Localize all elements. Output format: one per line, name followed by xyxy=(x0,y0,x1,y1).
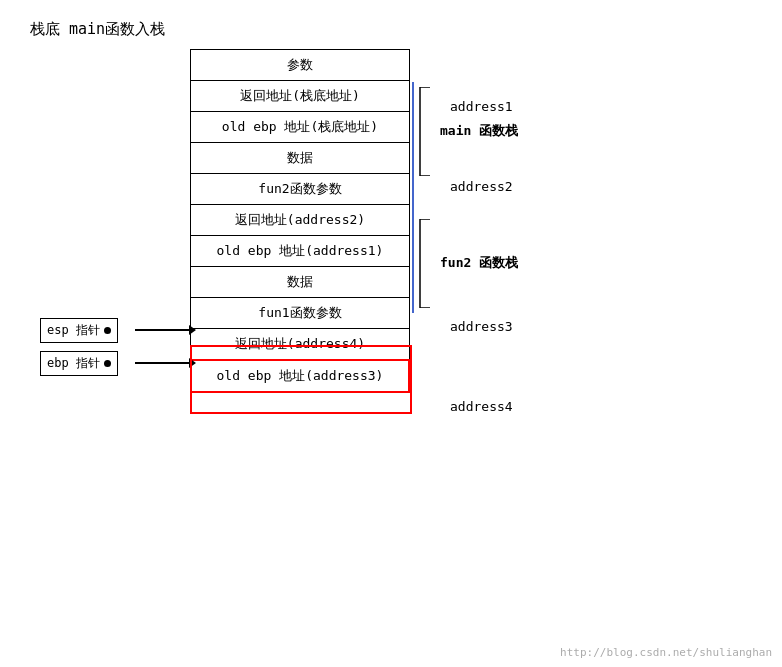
cell-9: 返回地址(address4) xyxy=(190,328,410,360)
address-label: address1 xyxy=(450,99,513,114)
cell-8: fun1函数参数 xyxy=(190,297,410,329)
cell-10: old ebp 地址(address3) xyxy=(190,359,410,393)
cell-3: 数据 xyxy=(190,142,410,174)
blue-bracket xyxy=(411,82,425,313)
diagram-title: 栈底 main函数入栈 xyxy=(30,20,750,39)
diagram-container: 栈底 main函数入栈 参数返回地址(栈底地址)old ebp 地址(栈底地址)… xyxy=(30,20,750,650)
pointer-arrow xyxy=(135,329,190,331)
cell-5: 返回地址(address2) xyxy=(190,204,410,236)
pointer-arrow xyxy=(135,362,190,364)
bracket-label: fun2 函数栈 xyxy=(440,254,518,272)
bracket-label: main 函数栈 xyxy=(440,122,518,140)
cell-6: old ebp 地址(address1) xyxy=(190,235,410,267)
pointer-box: ebp 指针 xyxy=(40,351,118,376)
cell-2: old ebp 地址(栈底地址) xyxy=(190,111,410,143)
cell-4: fun2函数参数 xyxy=(190,173,410,205)
address-label: address2 xyxy=(450,179,513,194)
stack-column: 参数返回地址(栈底地址)old ebp 地址(栈底地址)数据fun2函数参数返回… xyxy=(190,49,410,392)
cell-7: 数据 xyxy=(190,266,410,298)
address-label: address4 xyxy=(450,399,513,414)
cell-1: 返回地址(栈底地址) xyxy=(190,80,410,112)
watermark: http://blog.csdn.net/shulianghan xyxy=(560,646,772,659)
address-label: address3 xyxy=(450,319,513,334)
cell-0: 参数 xyxy=(190,49,410,81)
pointer-box: esp 指针 xyxy=(40,318,118,343)
